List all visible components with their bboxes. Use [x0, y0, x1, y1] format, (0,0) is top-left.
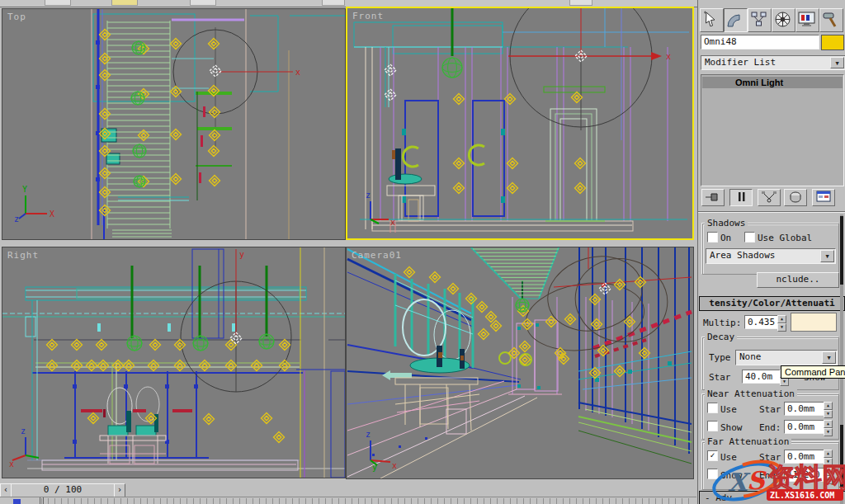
camera-wireframe — [347, 247, 692, 478]
far-start-input[interactable]: 0.0mm — [784, 450, 825, 464]
near-show-checkbox[interactable] — [707, 421, 718, 431]
decay-start-input[interactable]: 40.0m — [742, 370, 781, 384]
viewport-label: Camera01 — [352, 250, 402, 261]
vp-top[interactable]: Top — [2, 8, 346, 240]
toolbar-button-fragment[interactable] — [322, 0, 345, 6]
viewport-label: Front — [352, 11, 384, 21]
svg-text:z: z — [21, 426, 26, 436]
make-unique-button[interactable] — [758, 189, 781, 206]
configure-modifier-sets-button[interactable] — [812, 189, 835, 206]
svg-text:Y: Y — [22, 185, 27, 194]
max-window: Top — [0, 0, 845, 504]
chevron-down-icon[interactable]: ▼ — [820, 250, 834, 262]
time-slider[interactable]: 0 / 100 — [11, 483, 115, 497]
modifier-list-dropdown[interactable]: Modifier List ▼ — [701, 55, 845, 70]
front-wireframe — [354, 8, 689, 233]
far-use-checkbox[interactable]: ✓ — [707, 450, 718, 461]
near-start-spinner[interactable]: ▲▼ — [824, 402, 833, 418]
make-unique-icon — [759, 190, 779, 204]
remove-modifier-button[interactable] — [784, 189, 807, 206]
far-end-spinner[interactable]: ▲▼ — [824, 468, 833, 484]
prev-frame-button[interactable]: ‹ — [0, 483, 12, 497]
toolbar-button-fragment[interactable] — [190, 0, 216, 6]
light-name-input[interactable]: Omni48 — [701, 35, 819, 49]
frame-zero-marker — [40, 497, 44, 504]
panel-separator — [698, 211, 845, 213]
pin-stack-button[interactable] — [701, 189, 725, 206]
far-end-input[interactable]: 1102.0 — [784, 468, 825, 482]
track-bar-ticks — [41, 498, 693, 504]
command-panel-tooltip: Command Panel — [781, 365, 845, 379]
tab-create[interactable] — [700, 8, 724, 32]
track-bar[interactable] — [0, 497, 696, 504]
svg-text:x: x — [9, 459, 14, 469]
vp-camera[interactable]: Camera01 — [346, 247, 694, 479]
configure-sets-icon — [814, 190, 833, 204]
shadows-on-checkbox[interactable] — [707, 232, 718, 243]
panel-scrollbar[interactable] — [840, 214, 843, 504]
use-global-checkbox[interactable] — [744, 232, 755, 243]
far-use-label: Use — [720, 452, 737, 463]
svg-text:z: z — [14, 214, 19, 224]
near-use-label: Use — [720, 404, 737, 415]
svg-text:x: x — [666, 52, 671, 61]
stack-item-omni-light[interactable]: Omni Light — [702, 77, 843, 88]
chevron-down-icon[interactable]: ▼ — [830, 57, 844, 68]
front-light-gizmos[interactable]: xzx — [366, 50, 671, 227]
multiplier-label: Multip: — [703, 318, 741, 328]
near-end-input[interactable]: 0.0mm — [784, 420, 825, 434]
near-attenuation-title: Near Attenuation — [705, 389, 797, 399]
exclude-button[interactable]: nclude.. — [757, 272, 839, 288]
light-color-swatch[interactable] — [821, 35, 844, 50]
svg-text:y: y — [239, 250, 244, 259]
use-global-label: Use Global — [758, 233, 812, 243]
svg-text:X: X — [50, 210, 54, 219]
light-color-value-swatch[interactable] — [791, 313, 837, 332]
tab-motion[interactable] — [772, 8, 795, 32]
multiplier-input[interactable]: 0.435 — [744, 315, 779, 329]
near-use-checkbox[interactable] — [707, 403, 718, 413]
scroll-segment — [840, 425, 843, 487]
track-bar-key-icon — [13, 499, 21, 504]
tab-display[interactable] — [795, 8, 819, 32]
decay-type-dropdown[interactable]: None ▼ — [735, 350, 838, 365]
intensity-rollout-header[interactable]: tensity/Color/Attenuati — [699, 296, 845, 311]
tab-modify[interactable] — [724, 8, 748, 32]
svg-text:x: x — [295, 68, 300, 77]
tab-hierarchy[interactable] — [748, 8, 772, 32]
svg-text:y: y — [372, 463, 377, 472]
far-show-label: Show — [720, 470, 743, 481]
near-show-label: Show — [720, 422, 743, 433]
decay-group-title: Decay — [705, 332, 737, 342]
toolbar-button-fragment[interactable] — [111, 0, 138, 6]
far-show-checkbox[interactable] — [707, 469, 718, 479]
show-end-result-button[interactable] — [729, 189, 753, 206]
advanced-effects-rollout[interactable]: - Adv — [699, 491, 845, 504]
near-start-input[interactable]: 0.0mm — [784, 402, 825, 416]
decay-start-label: Star — [709, 372, 731, 383]
near-end-label: End: — [759, 422, 781, 433]
far-start-spinner[interactable]: ▲▼ — [824, 450, 833, 466]
camera-light-gizmos[interactable]: zyx — [366, 267, 650, 473]
near-start-label: Star — [759, 404, 781, 415]
near-end-spinner[interactable]: ▲▼ — [824, 420, 833, 436]
pin-icon — [703, 190, 723, 204]
toolbar-button-fragment[interactable] — [45, 0, 71, 6]
shadows-group-title: Shadows — [705, 218, 748, 228]
tab-utilities[interactable] — [819, 8, 843, 32]
vp-front[interactable]: Front — [346, 7, 694, 240]
shadow-type-dropdown[interactable]: Area Shadows ▼ — [706, 248, 836, 264]
vp-right[interactable]: Right — [2, 247, 346, 478]
decay-type-label: Type — [709, 352, 731, 363]
toolbar-button-fragment[interactable] — [569, 0, 592, 6]
chevron-down-icon[interactable]: ▼ — [822, 351, 836, 364]
viewport-label: Top — [7, 12, 26, 22]
modifier-stack[interactable]: Omni Light — [701, 74, 844, 186]
next-frame-button[interactable]: › — [114, 483, 125, 497]
multiplier-spinner[interactable]: ▲▼ — [777, 315, 786, 332]
create-arrow-icon — [701, 9, 721, 30]
scroll-segment — [840, 216, 843, 285]
utilities-hammer-icon — [820, 9, 841, 30]
command-panel: Omni48 Modifier List ▼ Omni Light — [697, 0, 845, 504]
shadows-on-label: On — [720, 233, 731, 243]
